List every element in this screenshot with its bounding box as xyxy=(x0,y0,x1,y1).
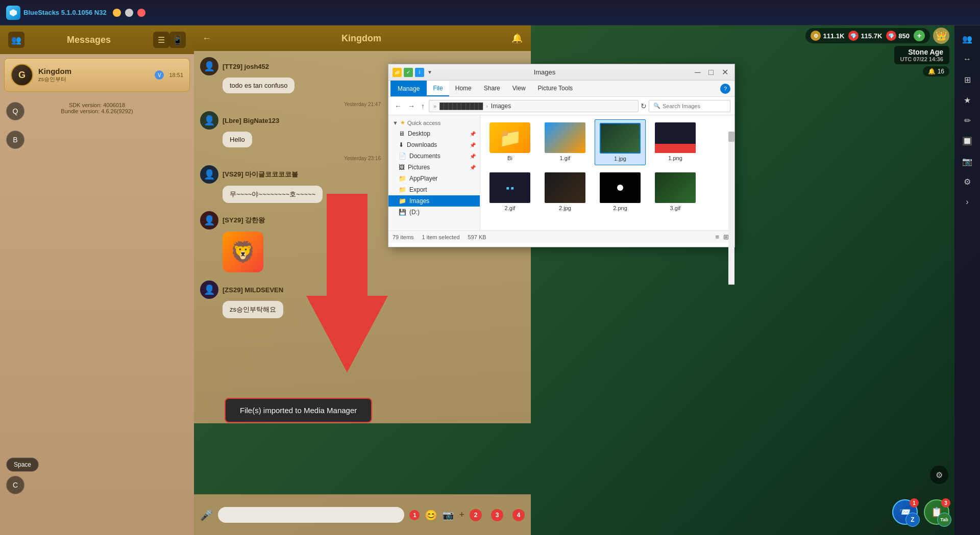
fe-file-2png[interactable]: 2.png xyxy=(595,169,646,214)
side-icons-left: Q B xyxy=(6,102,24,149)
c-button[interactable]: C xyxy=(6,476,24,494)
fe-nav-bar: ← → ↑ » ██████████ › Images ↻ 🔍 xyxy=(388,97,734,115)
avatar-3: 👤 xyxy=(200,165,218,184)
game-btn-tab-badge: 3 xyxy=(941,498,950,507)
resource-3-amount: 850 xyxy=(898,32,910,40)
fe-file-1jpg[interactable]: 1.jpg xyxy=(595,119,646,165)
fe-close-btn[interactable]: ✕ xyxy=(720,67,730,77)
send-button[interactable]: 📷 xyxy=(443,509,454,521)
verified-badge: V xyxy=(155,70,164,80)
chat-header-icons: 🔔 xyxy=(511,33,523,44)
attach-button[interactable]: + xyxy=(459,509,464,520)
fe-search-input[interactable] xyxy=(663,103,726,109)
fe-tab-share[interactable]: Share xyxy=(478,81,506,96)
svg-marker-1 xyxy=(306,194,388,372)
fe-statusbar: 79 items 1 item selected 597 KB ≡ ⊞ xyxy=(388,231,734,243)
sender-name-2: [Lbre] BigNate123 xyxy=(223,117,279,124)
fe-sidebar-pictures[interactable]: 🖼 Pictures 📌 xyxy=(388,162,480,173)
avatar-5: 👤 xyxy=(200,281,218,299)
fe-sidebar-downloads[interactable]: ⬇ Downloads 📌 xyxy=(388,139,480,150)
fe-file-3gif[interactable]: 3.gif xyxy=(650,169,701,214)
space-button[interactable]: Space xyxy=(6,457,39,472)
rs-icon-settings[interactable]: ⚙ xyxy=(958,172,976,191)
fe-search-bar[interactable]: 🔍 xyxy=(649,100,730,112)
rs-icon-star[interactable]: ★ xyxy=(958,91,976,109)
game-btn-tab[interactable]: 📋 3 Tab xyxy=(924,499,949,525)
fe-refresh-btn[interactable]: ↻ xyxy=(641,102,647,110)
rs-icon-camera[interactable]: 📷 xyxy=(958,152,976,170)
filter-icon[interactable]: ☰ xyxy=(153,32,169,48)
kingdom-chat-item[interactable]: G Kingdom zs승인부터 V 18:51 xyxy=(4,58,190,92)
fe-tab-picture-tools[interactable]: Picture Tools xyxy=(532,81,579,96)
fe-sidebar-documents[interactable]: 📄 Documents 📌 xyxy=(388,150,480,162)
chat-input-field[interactable] xyxy=(218,507,404,523)
fe-up-btn[interactable]: ↑ xyxy=(419,101,427,111)
sender-name-3: [VS29] 마이글코코코코볼 xyxy=(223,170,298,179)
fe-maximize-btn[interactable]: □ xyxy=(706,68,716,77)
fe-address-bar[interactable]: » ██████████ › Images xyxy=(429,100,639,112)
fe-tab-home[interactable]: Home xyxy=(449,81,478,96)
rs-icon-pen[interactable]: ✏ xyxy=(958,111,976,130)
fe-sidebar-drive[interactable]: 💾 (D:) xyxy=(388,207,480,218)
fe-manage-btn[interactable]: Manage xyxy=(390,81,427,96)
fe-tab-view[interactable]: View xyxy=(506,81,532,96)
fe-file-2jpg[interactable]: 2.jpg xyxy=(540,169,591,214)
emoji-button[interactable]: 😊 xyxy=(425,509,437,521)
game-btn-1[interactable]: 📨 1 Z xyxy=(892,499,918,525)
fe-address-current: Images xyxy=(491,103,511,110)
rs-icon-arrow[interactable]: ↔ xyxy=(958,50,976,68)
tab-label: Tab xyxy=(937,513,951,527)
rs-icon-arrow-right[interactable]: › xyxy=(958,193,976,211)
documents-pin-icon: 📌 xyxy=(470,154,476,159)
rs-icon-people[interactable]: 👥 xyxy=(958,30,976,48)
fe-sidebar-export[interactable]: 📁 Export xyxy=(388,184,480,195)
fe-tab-file[interactable]: File xyxy=(427,81,449,96)
fe-section-quick-access[interactable]: ▼ ★ Quick access xyxy=(388,117,480,128)
compose-icon[interactable]: 📱 xyxy=(169,32,186,48)
sdk-info: SDK version: 4006018 Bundle version: 4.6… xyxy=(0,96,194,120)
top-bar: BlueStacks 5.1.0.1056 N32 xyxy=(0,0,980,26)
quick-access-label: Quick access xyxy=(407,120,440,126)
minimize-btn[interactable] xyxy=(113,9,121,17)
side-icon-b[interactable]: B xyxy=(6,131,24,149)
back-icon[interactable]: ← xyxy=(202,33,211,44)
fe-sidebar-images[interactable]: 📁 Images xyxy=(388,195,480,207)
fe-forward-btn[interactable]: → xyxy=(406,101,417,111)
mic-button[interactable]: 🎤 xyxy=(200,509,213,521)
notification-count: 🔔 16 xyxy=(923,66,949,77)
bluestacks-logo: BlueStacks 5.1.0.1056 N32 xyxy=(0,6,113,20)
fe-sidebar-appplayer[interactable]: 📁 AppPlayer xyxy=(388,173,480,184)
1gif-filename: 1.gif xyxy=(560,155,571,161)
add-resource-btn[interactable]: + xyxy=(914,30,925,41)
bell-icon[interactable]: 🔔 xyxy=(511,33,523,44)
rs-icon-grid[interactable]: ⊞ xyxy=(958,70,976,89)
desktop-label: Desktop xyxy=(408,130,430,137)
fe-minimize-btn[interactable]: ─ xyxy=(693,68,702,77)
messages-header: 👥 Messages ☰ 📱 xyxy=(0,26,194,54)
kingdom-avatar: G xyxy=(11,64,33,86)
export-icon: 📁 xyxy=(399,186,406,193)
fe-list-view-btn[interactable]: ≡ xyxy=(714,233,721,241)
3gif-thumbnail xyxy=(655,172,696,203)
game-bottom-right: ⚙ 📨 1 Z 📋 3 Tab xyxy=(892,499,949,525)
appplayer-icon: 📁 xyxy=(399,175,406,182)
fe-file-bi[interactable]: 📁 Bi xyxy=(484,119,535,165)
fe-help-btn[interactable]: ? xyxy=(720,84,730,94)
import-notification: File(s) imported to Media Manager xyxy=(225,398,372,423)
fe-file-1png[interactable]: 1.png xyxy=(650,119,701,165)
settings-btn[interactable]: ⚙ xyxy=(930,466,948,484)
fe-file-1gif[interactable]: 1.gif xyxy=(540,119,591,165)
rs-icon-layers[interactable]: 🔲 xyxy=(958,132,976,150)
fe-file-2gif[interactable]: ■ ■ 2.gif xyxy=(484,169,535,214)
close-btn[interactable] xyxy=(137,9,145,17)
maximize-btn[interactable] xyxy=(125,9,133,17)
avatar-1: 👤 xyxy=(200,57,218,75)
red-arrow xyxy=(296,194,398,372)
resource-1-amount: 111.1K xyxy=(823,32,844,40)
fe-sidebar-desktop[interactable]: 🖥 Desktop 📌 xyxy=(388,128,480,139)
1png-filename: 1.png xyxy=(668,155,682,161)
fe-back-btn[interactable]: ← xyxy=(393,101,404,111)
z-label: Z xyxy=(905,513,920,527)
side-icon-q[interactable]: Q xyxy=(6,102,24,120)
resource-3: 💎 850 xyxy=(886,31,910,41)
